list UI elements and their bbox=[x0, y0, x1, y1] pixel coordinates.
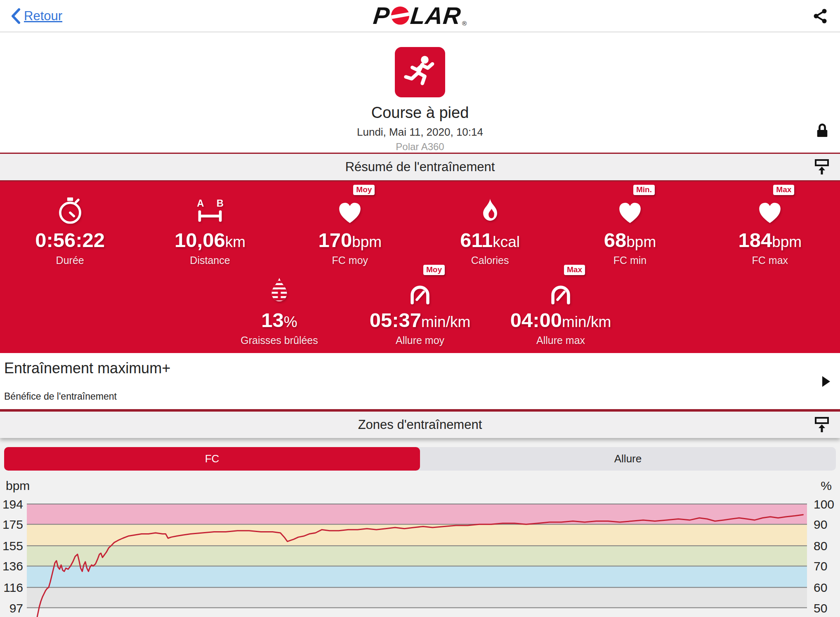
stat-value: 611 bbox=[460, 229, 493, 251]
logo-o-icon bbox=[391, 6, 409, 24]
zones-section-header: Zones d'entraînement bbox=[0, 410, 840, 438]
heart-icon: Max bbox=[757, 190, 783, 224]
y-tick-bpm: 136 bbox=[2, 559, 23, 573]
stat-value-line: 170bpm bbox=[318, 230, 382, 250]
stat-value-line: 10,06km bbox=[175, 230, 245, 250]
collapse-up-icon bbox=[814, 158, 830, 176]
y-axis-right-label: % bbox=[821, 479, 832, 492]
runner-icon bbox=[402, 54, 438, 90]
stat-unit: min/km bbox=[562, 313, 611, 330]
stat-label: Allure max bbox=[536, 334, 585, 346]
y-tick-percent: 50 bbox=[814, 601, 827, 615]
stat-unit: min/km bbox=[421, 313, 470, 330]
y-tick-bpm: 175 bbox=[2, 518, 23, 531]
stat-value: 68 bbox=[604, 229, 627, 251]
collapse-zones-button[interactable] bbox=[814, 416, 830, 434]
stat-fc-max: Max184bpmFC max bbox=[700, 190, 840, 266]
zone-band-zone2 bbox=[27, 566, 807, 587]
heart-icon: Moy bbox=[337, 190, 363, 224]
stat-badge: Max bbox=[773, 185, 794, 195]
stat-badge: Min. bbox=[633, 185, 655, 195]
stat-unit: % bbox=[284, 313, 297, 330]
stat-value: 13 bbox=[261, 309, 284, 331]
back-button[interactable]: Retour bbox=[11, 8, 62, 24]
stat-badge: Moy bbox=[423, 265, 445, 275]
stopwatch-icon bbox=[56, 190, 84, 224]
zones-section-body: FC Allure bpm%19417515513611697100908070… bbox=[0, 438, 840, 617]
stats-row-1: 0:56:22DuréeAB10,06kmDistanceMoy170bpmFC… bbox=[0, 190, 840, 266]
stat-value-line: 68bpm bbox=[604, 230, 656, 250]
stat-value: 04:00 bbox=[510, 309, 562, 331]
polar-logo: P LAR ® bbox=[373, 3, 467, 27]
stat-label: Allure moy bbox=[396, 334, 444, 346]
y-tick-bpm: 194 bbox=[2, 497, 23, 511]
stat-value-line: 04:00min/km bbox=[510, 310, 611, 330]
zones-mode-toggle: FC Allure bbox=[4, 447, 836, 471]
gauge-icon: Moy bbox=[407, 270, 433, 304]
stat-unit: kcal bbox=[493, 233, 520, 250]
stat-label: Calories bbox=[471, 254, 509, 266]
stat-value: 184 bbox=[738, 229, 772, 251]
zone-band-zone5 bbox=[27, 504, 807, 524]
heart-rate-zones-chart: bpm%194175155136116971009080706050 bbox=[0, 470, 840, 617]
gauge-icon: Max bbox=[548, 270, 573, 304]
logo-letters: LAR bbox=[409, 3, 462, 27]
svg-text:A: A bbox=[197, 198, 204, 209]
y-axis-left-label: bpm bbox=[6, 479, 30, 492]
stat-badge: Moy bbox=[353, 185, 375, 195]
stat-distance: AB10,06kmDistance bbox=[140, 190, 280, 266]
summary-section-header: Résumé de l'entraînement bbox=[0, 153, 840, 181]
registered-mark: ® bbox=[462, 19, 467, 26]
stat-value: 10,06 bbox=[175, 229, 225, 251]
stat-value-line: 05:37min/km bbox=[370, 310, 471, 330]
stat-allure-moy: Moy05:37min/kmAllure moy bbox=[350, 270, 491, 346]
top-bar: Retour P LAR ® bbox=[0, 0, 840, 32]
stat-label: FC min bbox=[613, 254, 647, 266]
stat-value: 0:56:22 bbox=[35, 229, 105, 251]
activity-title: Course à pied bbox=[0, 104, 840, 122]
summary-stats-panel: 0:56:22DuréeAB10,06kmDistanceMoy170bpmFC… bbox=[0, 181, 840, 353]
stat-label: Durée bbox=[56, 254, 84, 266]
share-button[interactable] bbox=[811, 7, 829, 25]
logo-letter: P bbox=[372, 3, 391, 27]
activity-header: Course à pied Lundi, Mai 11, 2020, 10:14… bbox=[0, 32, 840, 153]
stat-value-line: 184bpm bbox=[738, 230, 802, 250]
flame-icon bbox=[478, 190, 502, 224]
stat-unit: bpm bbox=[626, 233, 656, 250]
distance-icon: AB bbox=[195, 190, 225, 224]
y-tick-percent: 60 bbox=[814, 581, 827, 594]
svg-text:B: B bbox=[217, 198, 224, 209]
stat-value-line: 611kcal bbox=[460, 230, 520, 250]
stat-graisses-br-l-es: 13%Graisses brûlées bbox=[209, 270, 350, 346]
benefit-subtitle: Bénéfice de l'entraînement bbox=[4, 391, 836, 402]
stats-row-2: 13%Graisses brûléesMoy05:37min/kmAllure … bbox=[0, 270, 840, 346]
stat-badge: Max bbox=[564, 265, 585, 275]
benefit-title: Entraînement maximum+ bbox=[4, 360, 836, 377]
tab-fc[interactable]: FC bbox=[4, 447, 420, 471]
tab-allure[interactable]: Allure bbox=[420, 447, 836, 471]
stat-value: 170 bbox=[318, 229, 352, 251]
heart-icon: Min. bbox=[617, 190, 643, 224]
collapse-section-button[interactable] bbox=[814, 158, 830, 176]
expand-benefit-button[interactable] bbox=[821, 375, 831, 388]
stat-calories: 611kcalCalories bbox=[420, 190, 560, 266]
y-tick-percent: 90 bbox=[814, 518, 827, 531]
privacy-lock bbox=[815, 122, 829, 139]
stat-unit: bpm bbox=[772, 233, 802, 250]
y-tick-percent: 70 bbox=[814, 559, 827, 573]
chevron-left-icon bbox=[11, 8, 21, 24]
y-tick-bpm: 97 bbox=[9, 601, 23, 615]
stat-label: Distance bbox=[190, 254, 230, 266]
zones-header-title: Zones d'entraînement bbox=[358, 417, 482, 432]
collapse-up-icon bbox=[814, 416, 830, 434]
stat-label: FC max bbox=[752, 254, 788, 266]
training-benefit-row[interactable]: Entraînement maximum+ Bénéfice de l'entr… bbox=[0, 353, 840, 410]
stat-unit: bpm bbox=[352, 233, 382, 250]
stat-allure-max: Max04:00min/kmAllure max bbox=[491, 270, 631, 346]
lock-icon bbox=[815, 122, 829, 139]
stat-value: 05:37 bbox=[370, 309, 421, 331]
stat-value-line: 0:56:22 bbox=[35, 230, 105, 250]
activity-datetime: Lundi, Mai 11, 2020, 10:14 bbox=[0, 126, 840, 139]
summary-header-title: Résumé de l'entraînement bbox=[345, 160, 495, 174]
stat-dur-e: 0:56:22Durée bbox=[0, 190, 140, 266]
